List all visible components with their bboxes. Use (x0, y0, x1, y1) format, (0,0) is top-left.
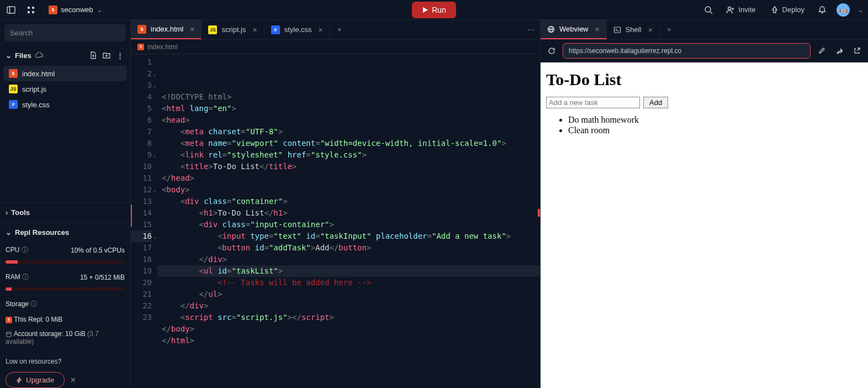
play-icon (422, 7, 428, 13)
tab-style-css[interactable]: #style.css× (264, 20, 330, 39)
apps-icon[interactable] (24, 3, 38, 17)
files-label: Files (15, 51, 31, 60)
svg-point-6 (705, 7, 711, 12)
bolt-icon (16, 377, 23, 384)
storage-account: Account storage: 10 GiB (3.7 available) (6, 327, 125, 349)
close-icon[interactable]: × (595, 25, 600, 34)
upgrade-button[interactable]: Upgrade (6, 372, 65, 388)
tab-label: script.js (221, 25, 246, 34)
chevron-down-icon: ⌄ (6, 228, 12, 237)
code-editor[interactable]: 12⌄3⌄456789⌄101112⌄13141516⌄171819202122… (131, 54, 540, 388)
file-list: 5index.htmlJSscript.js#style.css (0, 65, 130, 113)
sidebar-toggle-icon[interactable] (4, 3, 18, 17)
deploy-label: Deploy (782, 6, 805, 14)
run-label: Run (432, 6, 446, 14)
right-tabbar: Webview×Shell×+ (541, 20, 868, 40)
add-button[interactable]: Add (643, 97, 668, 108)
css-icon: # (271, 25, 280, 34)
url-input[interactable]: https://seconweb.italiagutierrez.repl.co (563, 43, 811, 59)
html-icon: 5 (137, 25, 146, 34)
storage-label: Storage (6, 300, 29, 308)
chevron-down-icon: ⌄ (97, 6, 103, 14)
avatar[interactable]: 🤖 (837, 3, 850, 17)
cpu-bar (6, 260, 125, 264)
chevron-right-icon: › (6, 208, 8, 217)
close-icon[interactable]: × (648, 25, 653, 34)
add-tab-button[interactable]: + (330, 25, 349, 34)
resources-header[interactable]: ⌄ Repl Resources (0, 222, 130, 242)
tab-webview[interactable]: Webview× (541, 20, 607, 39)
file-item-index-html[interactable]: 5index.html (3, 66, 127, 81)
close-icon[interactable]: ✕ (70, 376, 76, 384)
notifications-icon[interactable] (816, 3, 829, 17)
invite-label: Invite (738, 6, 755, 14)
list-item: Clean room (568, 125, 862, 135)
open-new-tab-icon[interactable] (850, 44, 864, 57)
search-icon[interactable] (702, 3, 715, 17)
upgrade-label: Upgrade (26, 376, 54, 384)
files-header[interactable]: ⌄ Files ⋮ (0, 46, 130, 65)
edit-icon[interactable] (815, 44, 828, 57)
chevron-down-icon: ⌄ (6, 51, 12, 60)
html-icon: 5 (6, 317, 12, 323)
more-icon[interactable]: ⋮ (115, 50, 125, 60)
storage-this-label: This Repl: 0 MiB (14, 316, 62, 323)
svg-rect-2 (28, 7, 30, 9)
html-icon: 5 (137, 44, 144, 50)
scrollbar-marker (538, 209, 540, 217)
svg-rect-4 (28, 11, 30, 13)
file-item-style-css[interactable]: #style.css (3, 97, 127, 112)
chevron-down-icon[interactable]: ⌄ (858, 6, 864, 14)
js-icon: JS (9, 85, 18, 93)
info-icon[interactable]: ⓘ (22, 246, 28, 254)
low-resources-label: Low on resources? (0, 354, 130, 369)
project-name-label: seconweb (61, 6, 93, 14)
tools-label: Tools (11, 208, 30, 217)
svg-line-7 (710, 12, 712, 14)
search-input[interactable]: Search (4, 24, 126, 41)
svg-rect-0 (7, 7, 15, 13)
list-item: Do math homework (568, 115, 862, 125)
svg-point-15 (7, 332, 11, 333)
invite-icon (726, 6, 735, 14)
file-item-script-js[interactable]: JSscript.js (3, 81, 127, 97)
tab-label: index.html (151, 25, 183, 33)
file-name-label: script.js (22, 85, 46, 93)
deploy-button[interactable]: Deploy (767, 3, 808, 17)
code[interactable]: <!DOCTYPE html><html lang="en"><head> <m… (157, 54, 540, 388)
reload-icon[interactable] (545, 44, 558, 57)
deploy-icon (770, 6, 779, 14)
add-tab-button[interactable]: + (660, 25, 679, 34)
main: Search ⌄ Files ⋮ 5index.htmlJSscript.js#… (0, 20, 868, 388)
page-title: To-Do List (546, 70, 862, 89)
new-file-icon[interactable] (88, 50, 98, 60)
devtools-icon[interactable] (833, 44, 846, 57)
project-name[interactable]: 5 seconweb ⌄ (44, 3, 107, 17)
tools-header[interactable]: › Tools (0, 202, 130, 222)
task-input[interactable] (546, 97, 640, 108)
html-icon: 5 (49, 6, 57, 14)
html-icon: 5 (9, 69, 18, 78)
editor-tabbar: 5index.html×JSscript.js×#style.css×+⋯ (131, 20, 540, 40)
info-icon[interactable]: ⓘ (30, 300, 37, 308)
tab-label: Shell (626, 25, 642, 34)
tab-index-html[interactable]: 5index.html× (131, 20, 202, 39)
tab-more-icon[interactable]: ⋯ (522, 25, 540, 34)
close-icon[interactable]: × (319, 25, 323, 34)
right-pane: Webview×Shell×+ https://seconweb.italiag… (540, 20, 868, 388)
ram-bar (6, 287, 125, 291)
tab-script-js[interactable]: JSscript.js× (202, 20, 264, 39)
run-button[interactable]: Run (412, 2, 456, 18)
js-icon: JS (208, 25, 217, 34)
new-folder-icon[interactable] (102, 50, 112, 60)
resources-label: Repl Resources (15, 228, 69, 237)
breadcrumb[interactable]: 5 index.html (131, 40, 540, 54)
close-icon[interactable]: × (190, 25, 194, 34)
info-icon[interactable]: ⓘ (22, 273, 29, 281)
close-icon[interactable]: × (253, 25, 257, 34)
editor-pane: 5index.html×JSscript.js×#style.css×+⋯ 5 … (131, 20, 540, 388)
resources: CPU ⓘ 10% of 0.5 vCPUs RAM ⓘ 15 + 0/512 … (0, 242, 130, 354)
invite-button[interactable]: Invite (723, 3, 759, 17)
tab-label: Webview (559, 25, 589, 33)
tab-shell[interactable]: Shell× (607, 20, 660, 39)
